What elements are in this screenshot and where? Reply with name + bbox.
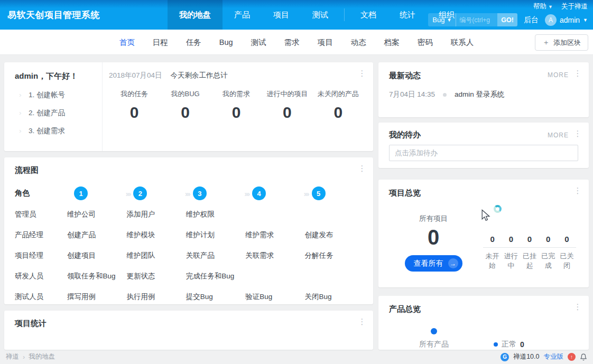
- tab-test[interactable]: 测试: [242, 30, 275, 55]
- all-products-block: 所有产品: [389, 328, 479, 349]
- greeting: admin，下午好！: [15, 71, 102, 81]
- step-circle: 4: [252, 186, 266, 200]
- kebab-menu-icon[interactable]: ⋮: [573, 186, 582, 195]
- kebab-menu-icon[interactable]: ⋮: [573, 129, 582, 138]
- flow-cell: 提交Bug: [184, 286, 244, 307]
- more-link[interactable]: MORE: [548, 132, 569, 139]
- bell-icon[interactable]: [580, 353, 587, 361]
- legend-label: 正常: [502, 340, 516, 349]
- kebab-menu-icon[interactable]: ⋮: [358, 164, 366, 173]
- project-statistics-card: 项目统计 ⋮: [4, 311, 373, 350]
- footer: 禅道 › 我的地盘 G 禅道10.0 专业版 ↑: [0, 350, 593, 364]
- about-link[interactable]: 关于禅道: [561, 2, 588, 11]
- flow-cell: 添加用户: [125, 204, 184, 225]
- topnav-report[interactable]: 统计: [388, 0, 427, 30]
- stat-active-projects: 进行中的项目 0: [262, 89, 312, 122]
- view-all-button[interactable]: 查看所有 →: [405, 255, 462, 272]
- nav-divider: [344, 8, 345, 21]
- flow-cell: 关联需求: [244, 245, 303, 266]
- search-type-select[interactable]: Bug▼: [428, 13, 456, 26]
- tab-profile[interactable]: 档案: [375, 30, 409, 55]
- arrow-right-icon: →: [448, 258, 458, 268]
- edition-link[interactable]: 专业版: [544, 352, 564, 361]
- flow-grid: 角色 1 ››› 2 ››› 3 ››› 4 ››› 5: [15, 183, 363, 307]
- stat-value-wait: 0: [483, 235, 502, 247]
- project-overview-card: 项目总览 ⋮ 所有项目 0 查看所有 → 0 0 0 0: [378, 180, 589, 287]
- all-projects-label: 所有项目: [389, 214, 478, 223]
- activity-item[interactable]: 7月04日 14:35 admin 登录系统: [389, 90, 578, 99]
- flow-cell: 关联产品: [184, 245, 244, 266]
- zentao-logo-icon: G: [501, 353, 509, 361]
- app-logo: 易软天创项目管理系统: [0, 0, 100, 30]
- chevron-right-icon: ›: [19, 104, 22, 122]
- flow-cell: 领取任务和Bug: [66, 266, 125, 286]
- tab-task[interactable]: 任务: [177, 30, 210, 55]
- dashboard: admin，下午好！ › 1. 创建帐号 › 2. 创建产品 › 3. 创建需求…: [0, 55, 593, 350]
- footer-right: G 禅道10.0 专业版 ↑: [501, 352, 587, 361]
- activity-time: 7月04日 14:35: [389, 90, 435, 99]
- flow-cell: 完成任务和Bug: [184, 266, 244, 286]
- upgrade-arrow-icon[interactable]: ↑: [568, 353, 576, 361]
- flowchart-card: 流程图 ⋮ 角色 1 ››› 2 ››› 3 ››› 4 ›››: [4, 157, 373, 304]
- tab-home[interactable]: 首页: [110, 30, 144, 55]
- backend-link[interactable]: 后台: [524, 15, 539, 25]
- topnav-my-zone[interactable]: 我的地盘: [168, 0, 223, 30]
- breadcrumb-root[interactable]: 禅道: [6, 352, 19, 361]
- breadcrumb: 禅道 › 我的地盘: [6, 352, 55, 361]
- flow-cell: 撰写用例: [66, 286, 125, 307]
- app-header: 易软天创项目管理系统 我的地盘 产品 项目 测试 文档 统计 组织 帮助▼ 关于…: [0, 0, 593, 30]
- stat-value-doing: 0: [502, 235, 520, 247]
- stat-open-products: 未关闭的产品 0: [313, 89, 364, 122]
- kebab-menu-icon[interactable]: ⋮: [358, 69, 366, 78]
- guide-step-create-product[interactable]: › 2. 创建产品: [15, 104, 102, 122]
- tab-bug[interactable]: Bug: [210, 30, 242, 55]
- product-overview-card: 产品总览 ⋮ 所有产品 正常 0: [378, 296, 589, 350]
- card-title: 项目统计: [15, 319, 363, 329]
- flow-cell: [303, 204, 363, 225]
- header-right: 帮助▼ 关于禅道 Bug▼ GO! 后台 A admin ▼: [428, 2, 588, 26]
- today-date: 2018年07月04日: [109, 71, 162, 80]
- topnav-product[interactable]: 产品: [223, 0, 262, 30]
- activity-text: admin 登录系统: [455, 90, 505, 99]
- help-menu[interactable]: 帮助▼: [533, 2, 553, 11]
- stat-value-done: 0: [539, 235, 558, 247]
- topnav-doc[interactable]: 文档: [349, 0, 388, 30]
- search-go-button[interactable]: GO!: [497, 13, 517, 26]
- flow-step-2: 2 ›››: [125, 183, 184, 204]
- tab-calendar[interactable]: 日程: [144, 30, 177, 55]
- add-block-button[interactable]: ＋ 添加区块: [535, 34, 588, 51]
- tab-contacts[interactable]: 联系人: [442, 30, 483, 55]
- tab-dynamic[interactable]: 动态: [342, 30, 375, 55]
- tab-password[interactable]: 密码: [409, 30, 442, 55]
- product-legend: 正常 0: [494, 340, 524, 349]
- user-menu[interactable]: A admin ▼: [545, 14, 588, 26]
- summary-label: 今天剩余工作总计: [171, 71, 228, 80]
- add-todo-input[interactable]: [389, 145, 578, 161]
- topnav-test[interactable]: 测试: [301, 0, 340, 30]
- stat-label-done: 已完成: [539, 248, 558, 270]
- header-links: 帮助▼ 关于禅道: [533, 2, 588, 11]
- guide-step-create-account[interactable]: › 1. 创建帐号: [15, 86, 102, 104]
- flow-cell: [303, 266, 363, 286]
- topnav-project[interactable]: 项目: [262, 0, 301, 30]
- tab-story[interactable]: 需求: [275, 30, 309, 55]
- guide-step-create-story[interactable]: › 3. 创建需求: [15, 122, 102, 140]
- stat-label-suspended: 已挂起: [520, 248, 539, 270]
- flow-cell: 分解任务: [303, 245, 363, 266]
- card-title: 流程图: [15, 165, 363, 175]
- kebab-menu-icon[interactable]: ⋮: [573, 303, 582, 312]
- search-input[interactable]: [456, 13, 497, 26]
- role-header: 角色: [15, 189, 66, 198]
- stat-label-doing: 进行中: [502, 248, 520, 270]
- kebab-menu-icon[interactable]: ⋮: [573, 69, 582, 78]
- flow-role: 研发人员: [15, 266, 66, 286]
- left-column: admin，下午好！ › 1. 创建帐号 › 2. 创建产品 › 3. 创建需求…: [4, 62, 373, 350]
- kebab-menu-icon[interactable]: ⋮: [358, 318, 366, 326]
- more-link[interactable]: MORE: [548, 71, 569, 79]
- latest-activity-card: 最新动态 MORE ⋮ 7月04日 14:35 admin 登录系统: [378, 62, 589, 117]
- username: admin: [560, 16, 580, 24]
- flow-step-1: 1 ›››: [66, 183, 125, 204]
- flow-cell: 关闭Bug: [303, 286, 363, 307]
- breadcrumb-current[interactable]: 我的地盘: [29, 352, 55, 361]
- tab-project[interactable]: 项目: [309, 30, 342, 55]
